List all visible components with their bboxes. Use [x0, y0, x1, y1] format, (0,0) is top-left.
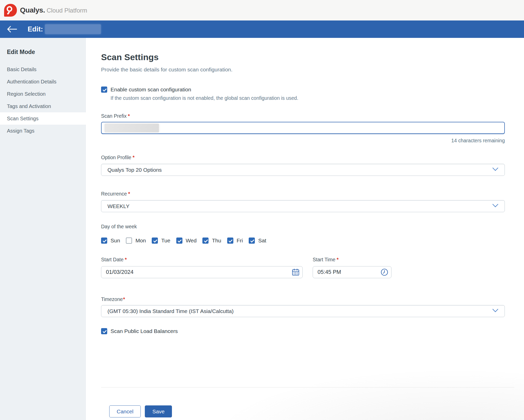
day-checkbox-sat[interactable]: Sat [249, 238, 266, 244]
timezone-value: (GMT 05:30) India Standard Time (IST Asi… [107, 308, 234, 314]
redacted-scan-prefix-value [105, 124, 159, 132]
footer-divider [101, 387, 514, 387]
day-checkbox-thu[interactable]: Thu [202, 238, 221, 244]
sidebar-item-assign-tags[interactable]: Assign Tags [0, 125, 85, 137]
start-time-input[interactable] [313, 266, 391, 278]
sidebar-item-scan-settings[interactable]: Scan Settings [0, 112, 86, 125]
clock-icon[interactable] [380, 268, 388, 277]
day-label: Thu [212, 238, 221, 244]
enable-custom-scan-checkbox-row[interactable]: Enable custom scan configuration [101, 87, 298, 93]
enable-custom-scan-label: Enable custom scan configuration [111, 87, 191, 93]
start-time-label: Start Time* [313, 257, 391, 263]
start-date-input[interactable] [101, 266, 303, 278]
page-title: Scan Settings [101, 52, 159, 62]
start-date-field: Start Date* [101, 257, 303, 278]
characters-remaining: 14 characters remaining [101, 138, 505, 144]
required-asterisk: * [337, 257, 339, 262]
day-label: Mon [135, 238, 146, 244]
start-time-field: Start Time* [313, 257, 391, 278]
edit-bar-title: Edit: [28, 25, 43, 33]
day-checkbox-mon[interactable]: Mon [126, 238, 146, 244]
checkbox-icon[interactable] [227, 238, 233, 244]
sidebar-item-tags-and-activation[interactable]: Tags and Activation [0, 100, 85, 112]
footer-buttons: Cancel Save [109, 405, 172, 417]
start-date-label-text: Start Date [101, 257, 124, 262]
enable-custom-scan-hint: If the custom scan configuration is not … [111, 95, 298, 101]
option-profile-select[interactable]: Qualys Top 20 Options [101, 164, 505, 176]
required-asterisk: * [133, 155, 135, 160]
chevron-down-icon [492, 309, 498, 314]
scan-prefix-input[interactable] [101, 122, 505, 134]
day-of-week-row: Sun Mon Tue Wed Thu Fri [101, 238, 266, 244]
timezone-select[interactable]: (GMT 05:30) India Standard Time (IST Asi… [101, 305, 505, 317]
day-label: Sun [111, 238, 120, 244]
back-arrow-icon[interactable] [7, 26, 17, 33]
scan-prefix-label: Scan Prefix* [101, 113, 130, 119]
start-date-label: Start Date* [101, 257, 303, 263]
option-profile-label-text: Option Profile [101, 155, 131, 160]
edit-bar: Edit: [0, 20, 524, 38]
checkbox-icon[interactable] [202, 238, 209, 244]
brand-suffix: Cloud Platform [47, 7, 87, 14]
app-header: Qualys. Cloud Platform [0, 0, 524, 20]
checkbox-icon[interactable] [152, 238, 158, 244]
timezone-label: Timezone* [101, 296, 125, 302]
day-checkbox-fri[interactable]: Fri [227, 238, 243, 244]
scan-public-load-balancers-label: Scan Public Load Balancers [111, 328, 178, 334]
main-area: Scan Settings Provide the basic details … [86, 38, 524, 420]
scan-public-load-balancers-row[interactable]: Scan Public Load Balancers [101, 328, 178, 334]
save-button[interactable]: Save [145, 405, 172, 417]
recurrence-select[interactable]: WEEKLY [101, 200, 505, 212]
option-profile-value: Qualys Top 20 Options [107, 167, 162, 173]
qualys-logo-icon [4, 4, 17, 17]
page-subtitle: Provide the basic details for custom sca… [101, 67, 233, 73]
sidebar-item-basic-details[interactable]: Basic Details [0, 63, 85, 76]
day-label: Tue [161, 238, 170, 244]
day-label: Sat [258, 238, 266, 244]
sidebar: Edit Mode Basic Details Authentication D… [0, 38, 86, 420]
sidebar-item-region-selection[interactable]: Region Selection [0, 88, 85, 100]
day-label: Wed [186, 238, 197, 244]
redacted-entity-name [45, 24, 101, 34]
sidebar-title: Edit Mode [7, 49, 85, 56]
recurrence-value: WEEKLY [107, 203, 129, 209]
logo-q-ring [7, 6, 12, 12]
checkbox-icon[interactable] [101, 87, 107, 93]
recurrence-label: Recurrence* [101, 191, 130, 197]
logo-q-tail [7, 11, 10, 15]
start-time-label-text: Start Time [313, 257, 335, 262]
cancel-button[interactable]: Cancel [109, 405, 141, 417]
timezone-label-text: Timezone [101, 296, 123, 302]
checkbox-icon[interactable] [176, 238, 182, 244]
required-asterisk: * [125, 257, 127, 262]
required-asterisk: * [128, 191, 130, 197]
enable-custom-scan-block: Enable custom scan configuration If the … [101, 87, 298, 101]
checkbox-icon[interactable] [101, 328, 107, 334]
chevron-down-icon [492, 204, 498, 209]
sidebar-item-authentication-details[interactable]: Authentication Details [0, 76, 85, 88]
checkbox-icon[interactable] [126, 238, 132, 244]
recurrence-label-text: Recurrence [101, 191, 127, 197]
chevron-down-icon [492, 167, 498, 172]
required-asterisk: * [123, 296, 125, 302]
checkbox-icon[interactable] [101, 238, 107, 244]
qualys-logo: Qualys. Cloud Platform [4, 4, 87, 17]
brand-name: Qualys. [20, 6, 45, 14]
sidebar-list: Basic Details Authentication Details Reg… [0, 63, 85, 137]
option-profile-label: Option Profile* [101, 155, 135, 160]
day-checkbox-wed[interactable]: Wed [176, 238, 197, 244]
day-checkbox-sun[interactable]: Sun [101, 238, 120, 244]
required-asterisk: * [128, 113, 130, 119]
day-label: Fri [237, 238, 243, 244]
scan-prefix-label-text: Scan Prefix [101, 113, 127, 119]
day-of-week-label: Day of the week [101, 224, 137, 230]
checkbox-icon[interactable] [249, 238, 255, 244]
calendar-icon[interactable] [292, 268, 300, 277]
day-checkbox-tue[interactable]: Tue [152, 238, 170, 244]
